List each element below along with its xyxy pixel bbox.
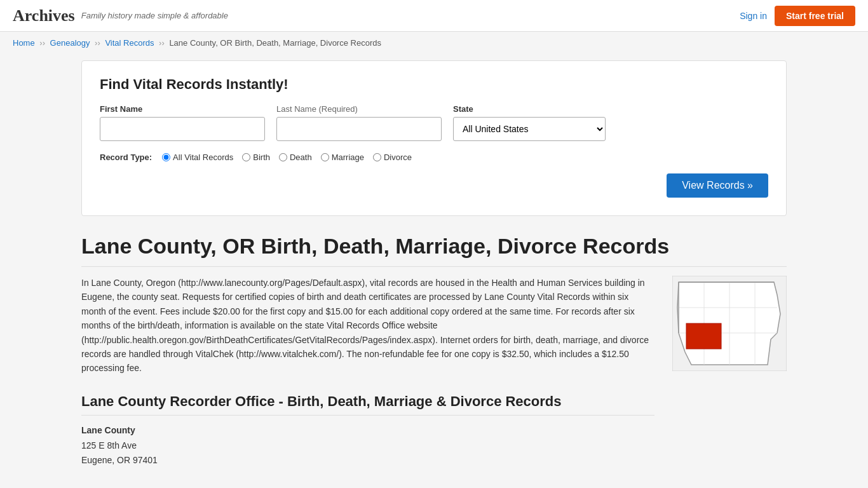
svg-rect-7 [686,323,721,349]
state-label: State [453,104,606,114]
search-fields: First Name Last Name (Required) State Al… [100,104,768,141]
start-trial-button[interactable]: Start free trial [775,6,855,26]
county-name: Lane County [81,425,135,435]
record-type-all-radio[interactable] [162,153,170,161]
record-type-options: All Vital Records Birth Death Marriage D… [162,152,412,162]
map-area [672,276,787,468]
address-line2: Eugene, OR 97401 [81,455,158,465]
address-block: Lane County 125 E 8th Ave Eugene, OR 974… [81,423,654,468]
record-type-label: Record Type: [100,152,152,162]
record-type-marriage[interactable]: Marriage [321,152,364,162]
view-records-button[interactable]: View Records » [667,173,768,198]
record-type-divorce[interactable]: Divorce [373,152,412,162]
breadcrumb-current: Lane County, OR Birth, Death, Marriage, … [169,38,381,48]
separator: ›› [39,38,47,48]
logo: Archives [13,6,75,25]
main-content: Find Vital Records Instantly! First Name… [69,54,799,487]
first-name-group: First Name [100,104,265,141]
record-type-death[interactable]: Death [279,152,312,162]
breadcrumb: Home ›› Genealogy ›› Vital Records ›› La… [0,32,868,54]
separator: ›› [95,38,102,48]
tagline: Family history made simple & affordable [81,11,228,20]
address-line1: 125 E 8th Ave [81,440,137,451]
page-title: Lane County, OR Birth, Death, Marriage, … [81,234,787,267]
content-area: In Lane County, Oregon (http://www.lanec… [81,276,787,468]
search-title: Find Vital Records Instantly! [100,76,768,93]
first-name-label: First Name [100,104,265,114]
sign-in-link[interactable]: Sign in [740,11,767,21]
breadcrumb-vital-records[interactable]: Vital Records [105,38,154,48]
header: Archives Family history made simple & af… [0,0,868,32]
record-type-row: Record Type: All Vital Records Birth Dea… [100,152,768,162]
oregon-map [672,276,787,371]
record-type-birth[interactable]: Birth [242,152,270,162]
last-name-label: Last Name (Required) [276,104,442,114]
header-right: Sign in Start free trial [740,6,855,26]
record-type-divorce-radio[interactable] [373,153,381,161]
search-box: Find Vital Records Instantly! First Name… [81,60,787,216]
record-type-marriage-radio[interactable] [321,153,329,161]
header-left: Archives Family history made simple & af… [13,6,228,25]
record-type-all[interactable]: All Vital Records [162,152,233,162]
separator: ›› [159,38,166,48]
record-type-birth-radio[interactable] [242,153,250,161]
recorder-office-title: Lane County Recorder Office - Birth, Dea… [81,393,654,416]
record-type-death-radio[interactable] [279,153,287,161]
state-select[interactable]: All United States [453,117,606,141]
last-name-input[interactable] [276,117,442,141]
content-text: In Lane County, Oregon (http://www.lanec… [81,276,654,468]
breadcrumb-home[interactable]: Home [13,38,35,48]
breadcrumb-genealogy[interactable]: Genealogy [50,38,90,48]
last-name-group: Last Name (Required) [276,104,442,141]
first-name-input[interactable] [100,117,265,141]
state-group: State All United States [453,104,606,141]
description-paragraph: In Lane County, Oregon (http://www.lanec… [81,276,654,376]
view-records-row: View Records » [100,173,768,198]
